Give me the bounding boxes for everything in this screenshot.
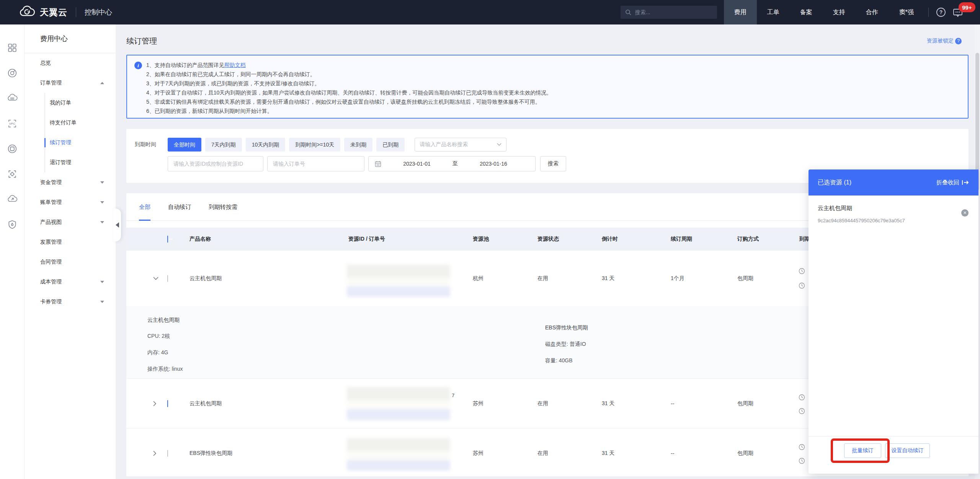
sidebar-item-renewal-management[interactable]: 续订管理 [45, 133, 116, 153]
sidebar-group-cost[interactable]: 成本管理 [24, 272, 116, 292]
apps-grid-icon[interactable] [0, 35, 24, 60]
global-search-input[interactable] [634, 9, 712, 16]
filter-all-time[interactable]: 全部时间 [168, 138, 201, 152]
nav-tab-filing[interactable]: 备案 [790, 0, 823, 24]
order-number-input[interactable] [267, 156, 364, 171]
calendar-icon [375, 161, 381, 167]
nav-tab-cooperation[interactable]: 合作 [856, 0, 889, 24]
filter-not-expired[interactable]: 未到期 [344, 138, 372, 152]
row-1-order-type: 包周期 [737, 275, 753, 282]
row-2-product: 云主机包周期 [189, 400, 222, 407]
row-1-countdown: 31 天 [602, 275, 614, 282]
navbar-right: 费用 工单 备案 支持 合作 窦*强 ? 99+ [621, 0, 980, 24]
svg-text:VPC: VPC [9, 122, 15, 125]
sidebar-item-my-orders[interactable]: 我的订单 [45, 93, 116, 113]
dashboard-icon[interactable] [0, 60, 24, 86]
sidebar-collapse-handle[interactable] [113, 209, 121, 241]
expiry-filter-row: 到期时间 全部时间 7天内到期 10天内到期 到期时间>=10天 未到期 已到期… [135, 138, 506, 152]
nav-tab-support[interactable]: 支持 [823, 0, 856, 24]
clock-icon [799, 282, 805, 290]
product-icon-rail: VPC [0, 24, 24, 479]
notice-line-5: 5、非成套订购但具有绑定或挂载关系的资源，需要分别开通自动续订，例如仅对云硬盘设… [146, 97, 958, 106]
help-doc-link[interactable]: 帮助文档 [224, 62, 246, 68]
row-2-cycle: -- [671, 401, 674, 407]
batch-renew-button[interactable]: 批量续订 [844, 443, 881, 458]
panel-header: 已选资源 (1) 折叠收回 [808, 169, 978, 196]
sidebar-group-coupons[interactable]: 卡券管理 [24, 292, 116, 312]
notice-line-3: 3、对于7天内到期的资源，或已到期的资源，不支持设置/修改自动续订。 [146, 79, 958, 88]
global-search[interactable] [621, 6, 717, 19]
set-auto-renew-button[interactable]: 设置自动续订 [885, 443, 930, 458]
page-title: 续订管理 [126, 36, 157, 46]
remove-item-icon[interactable]: ✕ [961, 209, 969, 217]
row-3-status: 在用 [537, 450, 548, 457]
row-expand-chevron-down-icon[interactable] [153, 277, 158, 280]
row-3-redacted-resource-id [347, 438, 450, 471]
sidebar-group-funds[interactable]: 资金管理 [24, 173, 116, 192]
notice-line-6: 6、已到期的资源，新续订周期从到期时间开始计算。 [146, 106, 958, 116]
sidebar-group-order-management[interactable]: 订单管理 [24, 73, 116, 93]
row-3-checkbox[interactable] [167, 450, 168, 457]
info-icon: i [134, 62, 142, 69]
row-2-pool: 苏州 [473, 400, 483, 407]
security-shield-icon[interactable] [0, 212, 24, 237]
nav-tab-ticket[interactable]: 工单 [757, 0, 790, 24]
messages-icon[interactable]: 99+ [949, 0, 966, 24]
tab-auto-renew[interactable]: 自动续订 [168, 193, 191, 221]
console-window-icon[interactable] [0, 136, 24, 161]
clock-icon [799, 268, 805, 276]
sidebar-group-product-view[interactable]: 产品视图 [24, 212, 116, 232]
sidebar-item-pending-payment[interactable]: 待支付订单 [45, 113, 116, 133]
select-all-checkbox[interactable] [167, 236, 168, 243]
detail-memory: 内存: 4G [147, 349, 168, 356]
tab-all[interactable]: 全部 [139, 193, 150, 221]
help-icon[interactable]: ? [933, 0, 949, 24]
search-button[interactable]: 搜索 [540, 156, 566, 171]
sidebar-item-contract[interactable]: 合同管理 [24, 252, 116, 272]
sidebar-item-overview[interactable]: 总览 [24, 53, 116, 73]
detail-os: 操作系统: linux [147, 366, 183, 373]
sidebar-group-bills[interactable]: 账单管理 [24, 192, 116, 212]
filter-expire-7d[interactable]: 7天内到期 [205, 138, 242, 152]
row-3-product: EBS弹性块包周期 [189, 450, 232, 457]
panel-footer: 批量续订 设置自动续订 [808, 436, 978, 474]
filter-expired[interactable]: 已到期 [376, 138, 405, 152]
filter-expire-10d[interactable]: 10天内到期 [246, 138, 286, 152]
selected-item-name: 云主机包周期 [818, 205, 852, 212]
detail-disk-type: 磁盘类型: 普通IO [545, 341, 586, 348]
nav-tab-fee[interactable]: 费用 [724, 0, 757, 24]
resource-scan-icon[interactable] [0, 161, 24, 187]
locked-resources-link[interactable]: 资源被锁定 ? [927, 37, 962, 44]
product-name-select[interactable]: 请输入产品名称搜索 [415, 138, 506, 152]
date-start-value: 2023-01-01 [381, 161, 452, 167]
row-expand-chevron-right-icon[interactable] [153, 451, 157, 456]
sidebar-item-invoice[interactable]: 发票管理 [24, 232, 116, 252]
detail-capacity: 容量: 40GB [545, 357, 573, 364]
clock-icon [799, 408, 805, 416]
cloud-migration-icon[interactable] [0, 187, 24, 212]
row-1-product: 云主机包周期 [189, 275, 222, 282]
renewal-notice-box: i 1、支持自动续订的产品范围详见帮助文档 2、如果在自动续订前已完成人工续订，… [126, 55, 969, 119]
chevron-down-icon [100, 181, 104, 184]
collapse-panel-button[interactable]: 折叠收回 [936, 179, 969, 186]
message-count-badge: 99+ [959, 2, 975, 12]
tab-expire-to-on-demand[interactable]: 到期转按需 [209, 193, 237, 221]
col-order-type: 订购方式 [737, 236, 759, 243]
console-label[interactable]: 控制中心 [85, 8, 112, 17]
row-expand-chevron-right-icon[interactable] [153, 401, 157, 406]
row-1-checkbox[interactable] [167, 275, 168, 282]
renewal-management-page: 天翼云 控制中心 费用 工单 备案 支持 合作 窦*强 ? 99+ [0, 0, 980, 479]
col-countdown: 倒计时 [602, 236, 618, 243]
cloud-server-icon[interactable] [0, 86, 24, 111]
chevron-down-icon [100, 201, 104, 204]
resource-id-input[interactable] [168, 156, 263, 171]
detail-right-title: EBS弹性块包周期 [545, 324, 588, 331]
filter-expire-ge-10d[interactable]: 到期时间>=10天 [289, 138, 340, 152]
sidebar-item-unsubscribe-management[interactable]: 退订管理 [45, 153, 116, 173]
username[interactable]: 窦*强 [889, 0, 924, 24]
vpc-icon[interactable]: VPC [0, 111, 24, 136]
date-range-picker[interactable]: 2023-01-01 至 2023-01-16 [368, 156, 536, 171]
chevron-up-icon [100, 82, 104, 84]
row-2-checkbox[interactable] [167, 400, 168, 407]
clock-icon [799, 444, 805, 452]
